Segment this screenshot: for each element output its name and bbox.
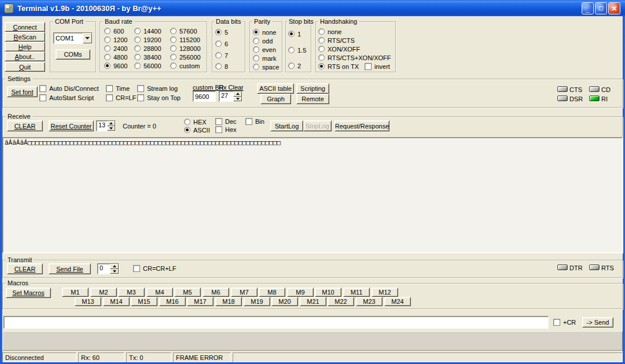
macro-button-m1[interactable]: M1 — [62, 288, 89, 297]
receive-data-area[interactable]: äÁäÁäÁ□□□□□□□□□□□□□□□□□□□□□□□□□□□□□□□□□□… — [2, 137, 623, 253]
macro-button-m10[interactable]: M10 — [315, 288, 341, 297]
maximize-button[interactable]: □ — [595, 2, 607, 14]
handshaking-option-xonxoff[interactable]: XON/XOFF — [318, 45, 360, 53]
macro-button-m11[interactable]: M11 — [343, 288, 370, 297]
macro-button-m9[interactable]: M9 — [287, 288, 314, 297]
handshaking-option-rtscts[interactable]: RTS/CTS — [318, 36, 355, 44]
plus-cr-checkbox[interactable]: +CR — [553, 318, 576, 326]
baud-option-38400[interactable]: 38400 — [134, 53, 161, 61]
bin-checkbox[interactable]: Bin — [245, 117, 264, 125]
transmit-clear-button[interactable]: CLEAR — [7, 263, 43, 274]
stoplog-button[interactable]: StopLog — [303, 120, 332, 131]
parity-option-mark[interactable]: mark — [253, 54, 276, 62]
minimize-button[interactable]: _ — [582, 2, 594, 14]
handshaking-option-none[interactable]: none — [318, 28, 341, 35]
about-button[interactable]: About.. — [5, 52, 45, 61]
request-response-button[interactable]: Request/Response — [334, 120, 389, 131]
com-port-select[interactable]: COM1 — [53, 32, 93, 44]
baud-option-19200[interactable]: 19200 — [134, 36, 161, 43]
macro-button-m12[interactable]: M12 — [372, 288, 398, 297]
macro-button-m2[interactable]: M2 — [90, 288, 117, 297]
baud-option-14400[interactable]: 14400 — [134, 27, 161, 35]
remote-button[interactable]: Remote — [296, 94, 329, 104]
spin-down-button[interactable] — [110, 269, 119, 274]
receive-mode-hex-radio[interactable]: HEX — [184, 118, 207, 126]
auto-disconnect-checkbox[interactable]: Auto Dis/Connect — [39, 84, 99, 92]
receive-count-spinner[interactable]: 13 — [96, 120, 116, 131]
set-font-button[interactable]: Set font — [7, 86, 38, 97]
parity-option-even[interactable]: even — [253, 46, 276, 53]
macro-button-m21[interactable]: M21 — [300, 297, 326, 306]
baud-option-115200[interactable]: 115200 — [170, 36, 200, 43]
cr-crlf-checkbox[interactable]: CR=CR+LF — [133, 264, 176, 272]
hex-checkbox[interactable]: Hex — [215, 126, 237, 133]
baud-option-1200[interactable]: 1200 — [104, 36, 127, 43]
baud-option-128000[interactable]: 128000 — [170, 45, 201, 52]
baud-option-600[interactable]: 600 — [104, 27, 124, 35]
macro-button-m24[interactable]: M24 — [384, 297, 411, 306]
receive-clear-button[interactable]: CLEAR — [7, 120, 43, 131]
data-bits-option-7[interactable]: 7 — [215, 52, 228, 59]
macro-button-m23[interactable]: M23 — [356, 297, 383, 306]
macro-button-m15[interactable]: M15 — [131, 297, 157, 306]
baud-option-4800[interactable]: 4800 — [104, 53, 127, 61]
stream-log-checkbox[interactable]: Stream log — [137, 84, 178, 92]
macro-button-m20[interactable]: M20 — [271, 297, 298, 306]
set-macros-button[interactable]: Set Macros — [6, 288, 51, 298]
macro-button-m14[interactable]: M14 — [103, 297, 130, 306]
macro-button-m18[interactable]: M18 — [215, 297, 242, 306]
dec-checkbox[interactable]: Dec — [215, 117, 237, 125]
handshaking-option-rtsontx[interactable]: RTS on TX — [318, 62, 359, 70]
close-button[interactable]: ✕ — [608, 2, 620, 14]
ascii-table-button[interactable]: ASCII table — [257, 83, 294, 94]
send-input[interactable] — [3, 316, 549, 329]
send-file-button[interactable]: Send File — [49, 263, 91, 274]
time-checkbox[interactable]: Time — [106, 84, 130, 92]
scripting-button[interactable]: Scripting — [296, 83, 329, 94]
spin-up-button[interactable] — [110, 264, 119, 269]
coms-button[interactable]: COMs — [56, 49, 90, 60]
parity-option-space[interactable]: space — [253, 63, 279, 71]
stop-bits-option-1.5[interactable]: 1.5 — [288, 46, 306, 54]
macro-button-m4[interactable]: M4 — [146, 288, 173, 297]
spin-up-button[interactable] — [107, 121, 115, 126]
spin-up-button[interactable] — [233, 91, 242, 97]
baud-option-57600[interactable]: 57600 — [170, 27, 197, 35]
connect-button[interactable]: Connect — [5, 22, 45, 32]
send-button[interactable]: -> Send — [582, 317, 613, 328]
startlog-button[interactable]: StartLog — [270, 120, 303, 131]
title-bar[interactable]: Terminal v1.9b - 20100630Я - by Br@y++ _… — [0, 0, 625, 16]
macro-button-m8[interactable]: M8 — [259, 288, 285, 297]
parity-option-odd[interactable]: odd — [253, 37, 273, 45]
parity-option-none[interactable]: none — [253, 28, 276, 36]
spin-down-button[interactable] — [233, 97, 242, 102]
custom-br-input[interactable]: 9600 — [193, 91, 216, 102]
baud-option-custom[interactable]: custom — [170, 62, 200, 69]
help-button[interactable]: Help — [5, 42, 45, 52]
macro-button-m3[interactable]: M3 — [118, 288, 145, 297]
dtr-led[interactable] — [557, 264, 568, 270]
spin-down-button[interactable] — [107, 126, 115, 131]
baud-option-256000[interactable]: 256000 — [170, 53, 201, 61]
rts-led[interactable] — [589, 264, 600, 270]
baud-option-2400[interactable]: 2400 — [104, 45, 127, 52]
data-bits-option-6[interactable]: 6 — [215, 40, 228, 47]
transmit-delay-spinner[interactable]: 0 — [97, 263, 119, 274]
data-bits-option-8[interactable]: 8 — [215, 62, 228, 70]
macro-button-m22[interactable]: M22 — [328, 297, 354, 306]
macro-button-m19[interactable]: M19 — [244, 297, 270, 306]
autostart-script-checkbox[interactable]: AutoStart Script — [39, 94, 94, 101]
com-port-dropdown-button[interactable] — [83, 33, 92, 43]
handshaking-option-both[interactable]: RTS/CTS+XON/XOFF — [318, 54, 391, 61]
crlf-checkbox[interactable]: CR=LF — [106, 94, 136, 101]
rx-clear-spinner[interactable]: 27 — [219, 91, 242, 102]
rescan-button[interactable]: ReScan — [5, 32, 45, 42]
baud-option-56000[interactable]: 56000 — [134, 62, 161, 69]
data-bits-option-5[interactable]: 5 — [215, 28, 228, 36]
macro-button-m5[interactable]: M5 — [174, 288, 201, 297]
macro-button-m6[interactable]: M6 — [203, 288, 229, 297]
stay-on-top-checkbox[interactable]: Stay on Top — [137, 94, 181, 101]
macro-button-m16[interactable]: M16 — [159, 297, 186, 306]
baud-option-9600[interactable]: 9600 — [104, 62, 127, 69]
macro-button-m7[interactable]: M7 — [231, 288, 258, 297]
